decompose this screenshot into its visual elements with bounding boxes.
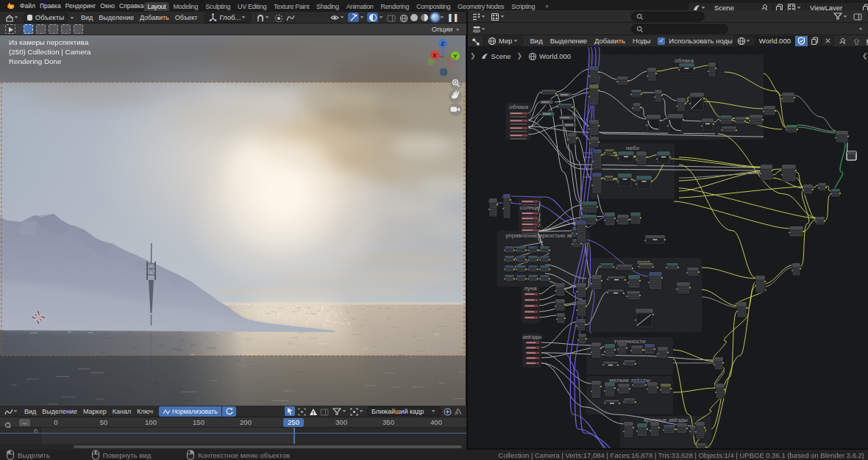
svg-text:Z: Z (441, 40, 445, 47)
svg-text:Из камеры перспектива: Из камеры перспектива (9, 38, 89, 46)
svg-text:звёзды: звёзды (522, 334, 542, 340)
svg-text:Rendering Done: Rendering Done (9, 57, 62, 65)
svg-text:X: X (433, 52, 437, 59)
svg-text:управление яркостью звёзд: управление яркостью звёзд (505, 232, 582, 239)
svg-text:❮: ❮ (862, 52, 868, 60)
svg-text:луна: луна (524, 285, 537, 292)
svg-text:небо: небо (626, 145, 639, 151)
svg-text:облака: облака (509, 104, 528, 110)
svg-text:(250) Collection | Camera: (250) Collection | Camera (9, 48, 91, 56)
